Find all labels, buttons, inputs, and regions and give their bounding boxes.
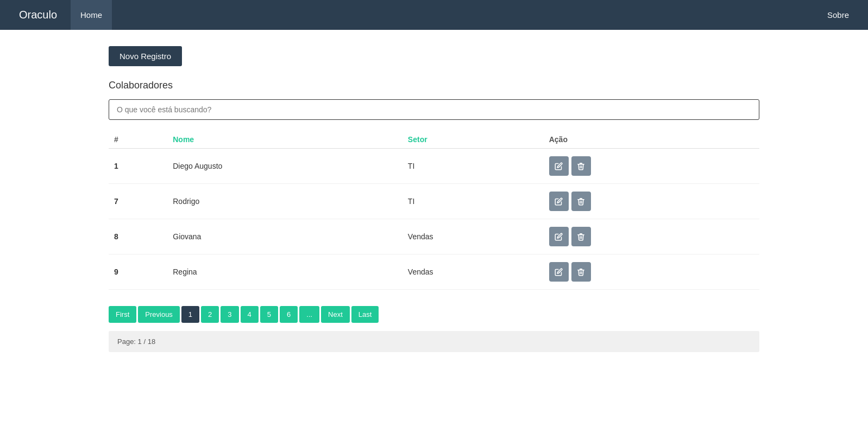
table-row: 9ReginaVendas bbox=[109, 254, 759, 290]
table-row: 1Diego AugustoTI bbox=[109, 149, 759, 184]
page-info: Page: 1 / 18 bbox=[109, 331, 759, 352]
pagination-page-2[interactable]: 2 bbox=[201, 306, 219, 323]
table-row: 8GiovanaVendas bbox=[109, 219, 759, 254]
pagination-page-4[interactable]: 4 bbox=[241, 306, 259, 323]
delete-button[interactable] bbox=[571, 156, 591, 176]
cell-nome: Rodrigo bbox=[167, 184, 402, 219]
cell-nome: Giovana bbox=[167, 219, 402, 254]
colaboradores-table: #NomeSetorAção 1Diego AugustoTI7RodrigoT… bbox=[109, 131, 759, 290]
col-header-acao: Ação bbox=[544, 131, 759, 149]
main-content: Novo Registro Colaboradores #NomeSetorAç… bbox=[0, 30, 868, 368]
col-header-#: # bbox=[109, 131, 167, 149]
cell-setor: TI bbox=[402, 184, 544, 219]
search-input[interactable] bbox=[109, 99, 759, 120]
col-header-nome[interactable]: Nome bbox=[167, 131, 402, 149]
edit-button[interactable] bbox=[549, 156, 569, 176]
cell-setor: TI bbox=[402, 149, 544, 184]
cell-id: 1 bbox=[109, 149, 167, 184]
navbar: Oraculo Home Sobre bbox=[0, 0, 868, 30]
cell-setor: Vendas bbox=[402, 254, 544, 290]
pagination-page-6[interactable]: 6 bbox=[280, 306, 298, 323]
pagination: FirstPrevious123456...NextLast bbox=[109, 306, 759, 323]
pagination-previous[interactable]: Previous bbox=[138, 306, 180, 323]
navbar-brand: Oraculo bbox=[11, 9, 65, 21]
cell-id: 9 bbox=[109, 254, 167, 290]
pagination-page-3[interactable]: 3 bbox=[221, 306, 238, 323]
cell-acao bbox=[544, 219, 759, 254]
cell-id: 7 bbox=[109, 184, 167, 219]
navbar-home[interactable]: Home bbox=[71, 0, 112, 30]
cell-acao bbox=[544, 149, 759, 184]
cell-acao bbox=[544, 254, 759, 290]
col-header-setor[interactable]: Setor bbox=[402, 131, 544, 149]
cell-acao bbox=[544, 184, 759, 219]
delete-button[interactable] bbox=[571, 262, 591, 282]
pagination-page-1[interactable]: 1 bbox=[181, 306, 199, 323]
pagination-page-5[interactable]: 5 bbox=[260, 306, 278, 323]
cell-nome: Regina bbox=[167, 254, 402, 290]
edit-button[interactable] bbox=[549, 192, 569, 211]
edit-button[interactable] bbox=[549, 262, 569, 282]
cell-nome: Diego Augusto bbox=[167, 149, 402, 184]
delete-button[interactable] bbox=[571, 192, 591, 211]
cell-id: 8 bbox=[109, 219, 167, 254]
cell-setor: Vendas bbox=[402, 219, 544, 254]
pagination-dots: ... bbox=[299, 306, 319, 323]
pagination-first[interactable]: First bbox=[109, 306, 136, 323]
navbar-sobre[interactable]: Sobre bbox=[819, 10, 857, 20]
pagination-last[interactable]: Last bbox=[351, 306, 379, 323]
novo-registro-button[interactable]: Novo Registro bbox=[109, 46, 182, 66]
delete-button[interactable] bbox=[571, 227, 591, 246]
pagination-next[interactable]: Next bbox=[321, 306, 350, 323]
table-row: 7RodrigoTI bbox=[109, 184, 759, 219]
edit-button[interactable] bbox=[549, 227, 569, 246]
section-title: Colaboradores bbox=[109, 80, 759, 91]
